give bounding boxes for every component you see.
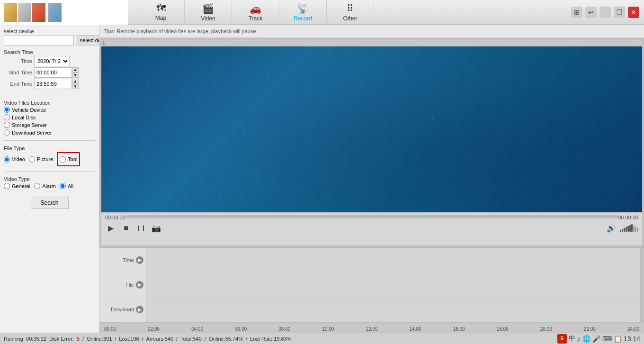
tl-arrow-time[interactable]: ▶ [136, 256, 143, 264]
select-device-label: select device [4, 28, 95, 34]
nav-label-other: Other [343, 15, 357, 22]
online-count: Online:301 [87, 336, 112, 342]
grid-button[interactable]: ⊞ [571, 7, 582, 18]
back-button[interactable]: ↩ [585, 7, 597, 18]
stop-button[interactable]: ■ [120, 222, 132, 234]
svg-point-3 [338, 103, 339, 104]
start-time-down[interactable]: ▼ [72, 72, 79, 78]
video-type-section: Video Type General Alarm All [4, 176, 95, 189]
location-local[interactable]: Local Disk [4, 114, 95, 120]
search-button[interactable]: Search [31, 197, 69, 209]
location-download-radio[interactable] [4, 129, 10, 136]
end-time-input[interactable] [34, 79, 72, 89]
tray-icon-lang[interactable]: 中 [569, 335, 575, 343]
minimize-button[interactable]: — [599, 7, 611, 18]
nav-item-track[interactable]: 🚗 Track [232, 0, 279, 25]
date-select[interactable]: 2020/ 7/ 2 [34, 56, 70, 66]
status-separator-6: / [246, 336, 247, 342]
end-time-label: End Time [4, 81, 32, 87]
location-vehicle[interactable]: Vehicle Device [4, 107, 95, 113]
tips-text: Tips: Remote playback of video fles are … [104, 28, 258, 34]
timeline-ruler: 00:00 02:00 04:00 06:00 08:00 10:00 12:0… [99, 322, 644, 333]
controls-row: ▶ ■ ❙❙ 📷 🔊 [105, 222, 638, 234]
time-field-row: Time 2020/ 7/ 2 [4, 56, 95, 66]
file-type-picture-radio[interactable] [29, 156, 35, 163]
start-time-spinners: ▲ ▼ [72, 67, 79, 78]
timeline-rows: Time ▶ File ▶ Download ▶ [99, 248, 644, 322]
video-type-all-radio[interactable] [60, 183, 66, 189]
start-time-input[interactable] [34, 67, 72, 78]
device-input[interactable] [4, 35, 74, 45]
video-type-label: Video Type [4, 176, 95, 182]
end-time-down[interactable]: ▼ [72, 84, 79, 89]
video-type-all[interactable]: All [60, 183, 73, 189]
time-display-row: 00:00:00 00:00:00 [105, 215, 638, 220]
status-separator-2: / [115, 336, 116, 342]
video-type-alarm[interactable]: Alarm [34, 183, 56, 189]
progress-bar[interactable] [125, 215, 618, 218]
video-type-general[interactable]: General [4, 183, 30, 189]
tray-icon-3[interactable]: 🎤 [592, 335, 600, 343]
ruler-mark-11: 22:00 [584, 326, 596, 332]
ruler-mark-7: 14:00 [410, 326, 421, 332]
volume-icon: 🔊 [607, 224, 616, 233]
select-device-button[interactable]: select device [76, 35, 99, 45]
tips-bar: Tips: Remote playback of video fles are … [99, 25, 644, 38]
other-icon: ⠿ [347, 3, 354, 14]
file-type-video[interactable]: Video [4, 156, 25, 163]
tl-arrow-download[interactable]: ▶ [136, 306, 143, 313]
svg-point-0 [148, 83, 150, 85]
timeline-panel: Time ▶ File ▶ Download ▶ [99, 247, 644, 333]
tl-content-time [147, 248, 640, 272]
file-type-video-radio[interactable] [4, 156, 10, 163]
location-vehicle-radio[interactable] [4, 107, 10, 113]
restore-button[interactable]: ❐ [614, 7, 625, 18]
file-type-section: File Type Video Picture Tool [4, 145, 95, 166]
location-storage[interactable]: Storage Server [4, 122, 95, 128]
video-files-location-label: Video Files Location [4, 100, 95, 106]
end-time-field-row: End Time ▲ ▼ [4, 79, 95, 89]
ruler-mark-0: 00:00 [104, 326, 116, 332]
nav-label-track: Track [249, 15, 263, 22]
location-download[interactable]: Download Server [4, 129, 95, 136]
nav-item-other[interactable]: ⠿ Other [327, 0, 374, 25]
start-time-up[interactable]: ▲ [72, 67, 79, 72]
ruler-mark-1: 02:00 [148, 326, 160, 332]
nav-item-video[interactable]: 🎬 Video [185, 0, 232, 25]
tool-radio[interactable] [60, 156, 66, 163]
play-button[interactable]: ▶ [105, 222, 116, 234]
tray-icon-4[interactable]: 📋 [614, 335, 622, 343]
ruler-mark-8: 16:00 [453, 326, 465, 332]
tool-button[interactable]: Tool [68, 154, 77, 164]
end-time-up[interactable]: ▲ [72, 79, 79, 84]
status-separator-5: / [205, 336, 206, 342]
svg-point-11 [219, 197, 221, 199]
start-time-label: Start Time [4, 70, 32, 75]
tray-icon-keyboard[interactable]: ⌨ [602, 335, 612, 343]
video-files-location-section: Video Files Location Vehicle Device Loca… [4, 100, 95, 136]
slow-button[interactable]: ❙❙ [135, 222, 147, 234]
snapshot-button[interactable]: 📷 [151, 222, 162, 234]
nav-item-map[interactable]: 🗺 Map [137, 0, 185, 25]
video-type-alarm-radio[interactable] [34, 183, 40, 189]
ruler-mark-6: 12:00 [366, 326, 377, 332]
location-local-radio[interactable] [4, 114, 10, 120]
tray-icon-2[interactable]: 🌐 [582, 335, 590, 343]
total-time: 00:00:00 [618, 215, 638, 220]
map-icon: 🗺 [156, 3, 166, 14]
tl-label-download: Download ▶ [99, 298, 146, 322]
tray-icon-1[interactable]: ♪ [577, 335, 581, 343]
tl-arrow-file[interactable]: ▶ [136, 281, 143, 289]
video-type-general-radio[interactable] [4, 183, 10, 189]
main-area: select device select device Search Time … [0, 25, 644, 333]
tray-logo[interactable]: S [557, 334, 567, 344]
location-storage-radio[interactable] [4, 122, 10, 128]
nav-item-record[interactable]: 📡 Record [279, 0, 327, 25]
disk-error-value: 5 [77, 336, 80, 342]
svg-point-6 [290, 188, 292, 190]
video-player[interactable] [101, 46, 642, 212]
close-button[interactable]: ✕ [628, 7, 639, 18]
svg-point-4 [385, 140, 386, 142]
file-type-picture[interactable]: Picture [29, 156, 53, 163]
right-scrollbar[interactable] [640, 248, 644, 322]
